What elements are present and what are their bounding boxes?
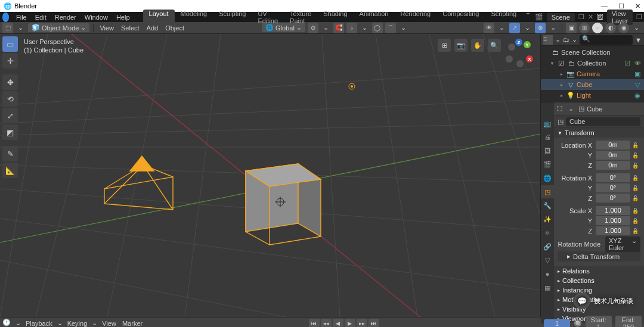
menu-file[interactable]: File [13, 14, 30, 21]
ptab-render[interactable]: 📺 [541, 117, 554, 130]
zoom-icon[interactable]: 🔍 [488, 39, 501, 52]
panel-transform-header[interactable]: ▼Transform [554, 128, 644, 138]
lock-icon[interactable]: 🔓 [631, 142, 639, 148]
view-menu[interactable]: View [97, 24, 116, 32]
scale-y[interactable]: 1.000 [596, 216, 630, 225]
panel-delta[interactable]: ▸Delta Transform [558, 251, 640, 261]
timeline-editor-icon[interactable]: 🕐 [2, 319, 12, 328]
visibility-icon[interactable]: 👁 [484, 23, 494, 33]
marker-menu[interactable]: Marker [121, 319, 144, 328]
lock-icon[interactable]: 🔓 [631, 208, 639, 214]
hide-icon[interactable]: 👁 [633, 60, 642, 67]
tree-camera[interactable]: ▸📷Camera▣ [541, 68, 644, 79]
xray-icon[interactable]: ▣ [566, 23, 577, 33]
proportional-falloff-icon[interactable]: ⌒ [385, 23, 396, 33]
grid-icon[interactable]: ⊞ [438, 39, 451, 52]
rot-x[interactable]: 0° [596, 173, 630, 182]
loc-y[interactable]: 0m [596, 151, 630, 160]
ptab-particles[interactable]: ✨ [541, 213, 554, 226]
viewport-3d[interactable]: ▭ ✛ ✥ ⟲ ⤢ ◩ ✎ 📐 User Perspective (1) Col… [0, 34, 540, 317]
snap-target-icon[interactable]: ⬦ [346, 23, 357, 33]
outliner-mode-chevron[interactable]: ⌄ [572, 36, 577, 43]
jump-start-icon[interactable]: ⏮ [309, 319, 320, 328]
pivot-icon[interactable]: ⊙ [308, 23, 318, 33]
tab-layout[interactable]: Layout [143, 10, 175, 25]
camera-view-icon[interactable]: 📷 [454, 39, 467, 52]
outliner-chevron[interactable]: ⌄ [555, 36, 561, 43]
nav-gizmo[interactable]: X Y Z [504, 39, 534, 68]
scene-new-icon[interactable]: ❐ [578, 13, 584, 21]
lock-icon[interactable]: 🔓 [631, 185, 639, 191]
play-icon[interactable]: ▶ [345, 319, 355, 328]
play-rev-icon[interactable]: ◀ [333, 319, 343, 328]
outliner-search[interactable]: 🔍 [580, 35, 633, 45]
viewlayer-new-icon[interactable]: ❐ [636, 13, 642, 21]
rotation-mode-select[interactable]: XYZ Euler⌄ [605, 236, 640, 252]
overlay-chevron[interactable]: ⌄ [548, 23, 558, 32]
menu-window[interactable]: Window [81, 14, 112, 21]
object-name-field[interactable]: Cube [566, 117, 640, 126]
tool-annotate[interactable]: ✎ [2, 146, 18, 161]
loc-x[interactable]: 0m [596, 141, 630, 150]
exclude-icon[interactable]: ☑ [623, 60, 631, 67]
lock-icon[interactable]: 🔓 [631, 218, 639, 224]
shade-matpreview-icon[interactable]: ◐ [605, 23, 616, 33]
overlay-toggle-icon[interactable]: ⊕ [535, 23, 546, 33]
menu-help[interactable]: Help [113, 14, 134, 21]
ptab-physics[interactable]: ⚛ [541, 226, 554, 239]
tool-cursor[interactable]: ✛ [2, 53, 18, 68]
current-frame[interactable]: 1 [544, 319, 570, 328]
editor-type-chevron[interactable]: ⌄ [16, 23, 26, 32]
prop-chevron[interactable]: ⌄ [398, 23, 408, 32]
panel-relations[interactable]: ▸Relations [554, 266, 644, 276]
menu-render[interactable]: Render [51, 14, 80, 21]
scene-selector[interactable]: Scene [547, 13, 575, 21]
prev-key-icon[interactable]: ◂◂ [321, 319, 332, 328]
outliner-editor-icon[interactable]: ≡ [543, 35, 553, 45]
shade-wire-icon[interactable]: ⊞ [579, 23, 590, 33]
tool-measure[interactable]: 📐 [2, 163, 18, 178]
tree-scene-collection[interactable]: 🗀Scene Collection [541, 47, 644, 58]
shade-chevron[interactable]: ⌄ [631, 23, 642, 32]
object-menu[interactable]: Object [163, 24, 187, 32]
pan-icon[interactable]: ✋ [471, 39, 484, 52]
ptab-output[interactable]: 🖨 [541, 130, 554, 144]
props-editor-icon[interactable]: ⬚ [556, 104, 566, 114]
tool-move[interactable]: ✥ [2, 74, 18, 90]
jump-end-icon[interactable]: ⏭ [369, 319, 379, 328]
tab-compositing[interactable]: Compositing [436, 10, 485, 25]
timeline-chevron[interactable]: ⌄ [16, 319, 21, 327]
snap-chevron[interactable]: ⌄ [360, 23, 370, 32]
scene-del-icon[interactable]: ✕ [588, 13, 593, 21]
keying-menu[interactable]: Keying [66, 319, 89, 328]
cube-toggle-icon[interactable]: ▽ [633, 81, 642, 89]
start-frame[interactable]: Start: 1 [586, 316, 612, 328]
props-chevron[interactable]: ⌄ [568, 105, 574, 113]
autokey-icon[interactable]: 🔘 [574, 319, 582, 327]
lock-icon[interactable]: 🔓 [631, 175, 639, 181]
add-menu[interactable]: Add [144, 24, 161, 32]
lock-icon[interactable]: 🔓 [631, 228, 639, 234]
lock-icon[interactable]: 🔓 [631, 163, 639, 169]
outliner-mode-icon[interactable]: 🗂 [563, 36, 569, 43]
scale-z[interactable]: 1.000 [596, 226, 630, 235]
pivot-chevron[interactable]: ⌄ [321, 23, 331, 32]
tab-modeling[interactable]: Modeling [175, 10, 213, 25]
select-menu[interactable]: Select [119, 24, 142, 32]
mode-selector[interactable]: 🧊 Object Mode ⌄ [28, 23, 89, 32]
next-key-icon[interactable]: ▸▸ [357, 319, 367, 328]
tab-sculpting[interactable]: Sculpting [213, 10, 252, 25]
panel-collections[interactable]: ▸Collections [554, 276, 644, 285]
ptab-material[interactable]: ● [541, 267, 554, 281]
orientation-selector[interactable]: 🌐 Global ⌄ [262, 23, 305, 32]
gizmo-chevron[interactable]: ⌄ [522, 23, 532, 32]
outliner-filter-icon[interactable]: ▼ [635, 36, 642, 43]
vis-chevron[interactable]: ⌄ [497, 23, 507, 32]
tree-collection[interactable]: ▼☑🗀Collection☑👁 [541, 58, 644, 68]
end-frame[interactable]: End: 250 [615, 316, 642, 328]
scale-x[interactable]: 1.000 [596, 206, 630, 215]
ptab-constraints[interactable]: 🔗 [541, 240, 554, 253]
tool-select-box[interactable]: ▭ [2, 36, 18, 52]
ptab-object[interactable]: ◳ [541, 185, 554, 198]
tool-transform[interactable]: ◩ [2, 124, 18, 140]
